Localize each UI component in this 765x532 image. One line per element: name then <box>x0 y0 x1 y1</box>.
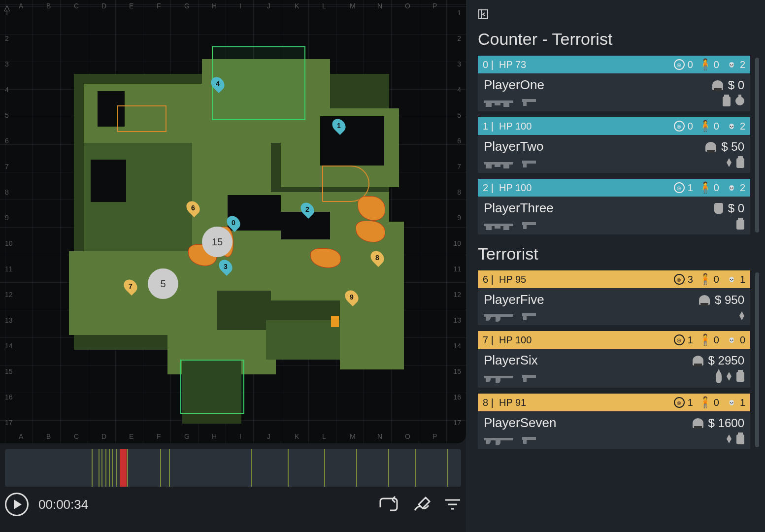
deaths-value: 0 <box>740 334 745 346</box>
person-icon: 🧍 <box>700 274 711 285</box>
player-card[interactable]: 8 | HP 91 ◎1 🧍0 💀1 PlayerSeven $ 1600 <box>478 394 750 449</box>
player-card[interactable]: 2 | HP 100 ◎1 🧍0 💀2 PlayerThree $ 0 <box>478 179 750 234</box>
player-card[interactable]: 7 | HP 100 ◎1 🧍0 💀0 PlayerSix $ 2950 <box>478 331 750 388</box>
panel-collapse-icon[interactable] <box>478 9 489 20</box>
grid-row-label: 17 <box>453 419 461 427</box>
player-name: PlayerThree <box>484 200 554 216</box>
grid-row-label: 13 <box>5 316 13 324</box>
kills-value: 1 <box>688 182 693 194</box>
timeline-event <box>116 449 117 487</box>
timeline-event <box>356 449 357 487</box>
filter-icon[interactable] <box>444 497 461 512</box>
scrollbar[interactable] <box>755 272 759 447</box>
player-money: $ 1600 <box>708 416 744 430</box>
smoke-icon <box>723 97 731 106</box>
target-icon: ◎ <box>674 121 685 132</box>
timeline-event <box>288 449 289 487</box>
timeline-event <box>447 449 448 487</box>
kills-value: 1 <box>688 397 693 408</box>
player-hp: 7 | HP 100 <box>483 334 532 346</box>
assists-value: 0 <box>714 334 719 346</box>
grid-row-label: 8 <box>457 188 461 196</box>
helmet-icon <box>699 295 710 305</box>
grid-row-label: 17 <box>5 419 13 427</box>
grid-row-label: 6 <box>457 137 461 145</box>
flash-icon <box>727 158 732 167</box>
grid-row-label: 5 <box>457 111 461 119</box>
nade-icon <box>735 97 744 105</box>
grid-col-label: J <box>267 432 270 440</box>
map-view[interactable]: △ ABCDEFGHIJKLMNOPABCDEFGHIJKLMNOP123456… <box>0 0 466 443</box>
grid-row-label: 11 <box>453 265 461 273</box>
person-icon: 🧍 <box>700 182 711 193</box>
grid-col-label: P <box>432 2 437 10</box>
dead-marker[interactable]: 15 <box>202 227 233 257</box>
grid-col-label: C <box>74 432 79 440</box>
target-icon: ◎ <box>674 274 685 285</box>
armor-icon <box>714 203 723 214</box>
scrollbar[interactable] <box>755 58 759 233</box>
grid-col-label: C <box>74 2 79 10</box>
grid-row-label: 3 <box>457 60 461 68</box>
grid-col-label: G <box>184 432 190 440</box>
grid-col-label: H <box>212 2 217 10</box>
person-icon: 🧍 <box>700 121 711 132</box>
grid-row-label: 6 <box>5 137 9 145</box>
team-header-ct: Counter - Terrorist <box>478 30 758 49</box>
target-icon: ◎ <box>674 182 685 193</box>
pistol-icon <box>522 220 537 229</box>
flash-icon <box>739 311 744 320</box>
grid-col-label: I <box>239 432 241 440</box>
grid-row-label: 13 <box>453 316 461 324</box>
rifle-icon <box>484 98 515 105</box>
grid-row-label: 16 <box>453 393 461 401</box>
player-hp: 2 | HP 100 <box>483 182 532 194</box>
pistol-icon <box>522 435 537 444</box>
grid-row-label: 14 <box>453 342 461 350</box>
player-card[interactable]: 1 | HP 100 ◎0 🧍0 💀2 PlayerTwo $ 50 <box>478 117 750 173</box>
grid-row-label: 10 <box>453 239 461 247</box>
grid-row-label: 15 <box>453 367 461 375</box>
kills-value: 0 <box>688 59 693 70</box>
player-card[interactable]: 0 | HP 73 ◎0 🧍0 💀2 PlayerOne $ 0 <box>478 56 750 111</box>
player-money: $ 2950 <box>708 354 744 367</box>
player-name: PlayerOne <box>484 77 544 93</box>
grid-col-label: B <box>46 2 51 10</box>
grid-row-label: 8 <box>5 188 9 196</box>
grid-col-label: B <box>46 432 51 440</box>
rifle-icon <box>484 435 515 444</box>
grid-row-label: 5 <box>5 111 9 119</box>
skull-icon: 💀 <box>726 182 737 193</box>
dead-marker[interactable]: 5 <box>148 268 178 299</box>
timeline-event <box>109 449 110 487</box>
grid-row-label: 11 <box>5 265 13 273</box>
rifle-icon <box>484 373 515 382</box>
grid-row-label: 2 <box>457 34 461 42</box>
target-icon: ◎ <box>674 334 685 345</box>
timecode: 00:00:34 <box>38 497 88 512</box>
kills-value: 1 <box>688 334 693 346</box>
timeline-event <box>415 449 416 487</box>
rifle-icon <box>484 311 515 320</box>
timeline-event <box>160 449 161 487</box>
grid-col-label: M <box>350 2 356 10</box>
assists-value: 0 <box>714 121 719 132</box>
person-icon: 🧍 <box>700 397 711 408</box>
skull-icon: 💀 <box>726 59 737 70</box>
grid-row-label: 1 <box>457 9 461 17</box>
player-card[interactable]: 6 | HP 95 ◎3 🧍0 💀1 PlayerFive $ 950 <box>478 270 750 325</box>
timeline-event <box>169 449 170 487</box>
deaths-value: 2 <box>740 121 745 132</box>
kills-value: 3 <box>688 274 693 285</box>
deaths-value: 1 <box>740 274 745 285</box>
timeline-cursor[interactable] <box>120 449 127 487</box>
player-money: $ 0 <box>728 201 744 215</box>
smoke-icon <box>736 434 744 444</box>
grid-row-label: 12 <box>453 291 461 299</box>
play-button[interactable] <box>5 493 29 516</box>
loop-icon[interactable] <box>377 496 399 513</box>
grid-row-label: 7 <box>457 163 461 170</box>
draw-icon[interactable] <box>412 495 432 514</box>
timeline[interactable] <box>5 449 461 487</box>
skull-icon: 💀 <box>726 121 737 132</box>
